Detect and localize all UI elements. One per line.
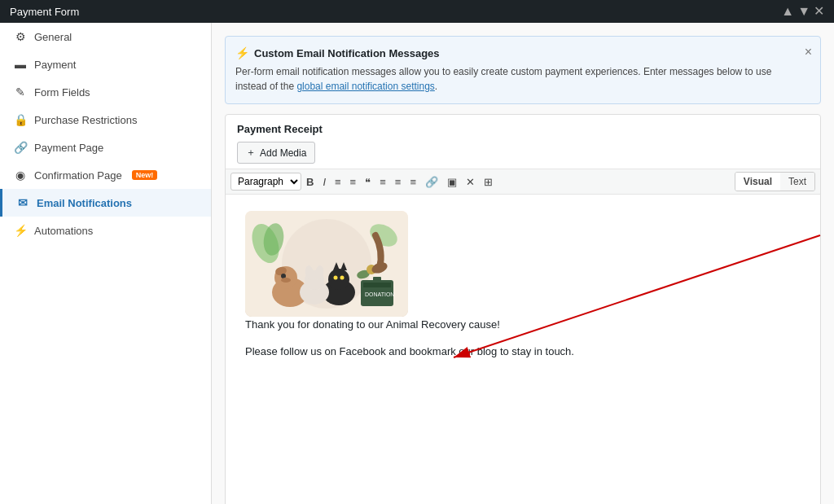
sidebar-item-form-fields[interactable]: ✎ Form Fields	[0, 78, 211, 106]
svg-point-11	[328, 269, 349, 290]
bolt-icon: ⚡	[13, 224, 28, 237]
sidebar-item-general[interactable]: ⚙ General	[0, 23, 211, 50]
align-center-button[interactable]: ≡	[391, 174, 406, 190]
svg-rect-21	[363, 283, 391, 287]
thank-you-text: Thank you for donating to our Animal Rec…	[245, 317, 801, 334]
new-badge: New!	[132, 170, 158, 180]
editor-header: Payment Receipt ＋ Add Media	[226, 115, 820, 169]
sidebar-item-automations[interactable]: ⚡ Automations	[0, 217, 211, 244]
bold-button[interactable]: B	[302, 174, 318, 190]
add-media-button[interactable]: ＋ Add Media	[237, 142, 315, 164]
sidebar-label-confirmation-page: Confirmation Page	[34, 169, 122, 182]
circle-icon: ◉	[13, 169, 28, 182]
follow-us-text: Please follow us on Facebook and bookmar…	[245, 344, 801, 361]
email-icon: ✉	[15, 196, 30, 209]
sidebar-label-payment: Payment	[34, 59, 76, 71]
sidebar: ⚙ General ▬ Payment ✎ Form Fields 🔒 Purc…	[0, 23, 212, 504]
text-view-button[interactable]: Text	[780, 173, 814, 191]
grid-button[interactable]: ⊞	[480, 174, 497, 190]
editor-content[interactable]: DONATION	[226, 195, 820, 504]
media-icon: ＋	[246, 146, 256, 160]
svg-rect-23	[373, 277, 381, 283]
unordered-list-button[interactable]: ≡	[331, 174, 345, 190]
sidebar-label-email-notifications: Email Notifications	[37, 197, 132, 209]
link-icon: 🔗	[13, 141, 28, 154]
svg-point-14	[334, 276, 338, 280]
minimize-icon[interactable]: ▲	[781, 5, 794, 18]
bolt-icon: ⚡	[235, 46, 249, 59]
link-button[interactable]: 🔗	[421, 174, 442, 190]
sidebar-item-email-notifications[interactable]: ✉ Email Notifications	[0, 189, 211, 217]
illustration-svg: DONATION	[245, 211, 408, 317]
close-icon[interactable]: ✕	[814, 5, 824, 18]
content-area: ⚡ Custom Email Notification Messages Per…	[212, 23, 834, 504]
title-bar: Payment Form ▲ ▼ ✕	[0, 0, 834, 23]
sidebar-item-payment-page[interactable]: 🔗 Payment Page	[0, 134, 211, 161]
table-button[interactable]: ▣	[443, 174, 461, 190]
visual-view-button[interactable]: Visual	[735, 173, 780, 191]
app-title: Payment Form	[10, 6, 79, 18]
sidebar-label-purchase-restrictions: Purchase Restrictions	[34, 114, 137, 126]
section-label: Payment Receipt	[237, 123, 809, 135]
notification-banner: ⚡ Custom Email Notification Messages Per…	[225, 36, 821, 104]
sidebar-item-payment[interactable]: ▬ Payment	[0, 50, 211, 78]
svg-point-9	[281, 278, 291, 283]
gear-icon: ⚙	[13, 30, 28, 43]
sidebar-label-form-fields: Form Fields	[34, 86, 90, 99]
view-toggle: Visual Text	[735, 172, 815, 191]
align-left-button[interactable]: ≡	[375, 174, 390, 190]
sidebar-label-automations: Automations	[34, 225, 93, 237]
ordered-list-button[interactable]: ≡	[346, 174, 361, 190]
svg-point-15	[340, 276, 345, 280]
editor-text-content: Thank you for donating to our Animal Rec…	[245, 317, 801, 361]
window-controls[interactable]: ▲ ▼ ✕	[781, 5, 824, 18]
sidebar-label-general: General	[34, 31, 72, 43]
editor-toolbar: Paragraph Heading 1 Heading 2 B I ≡ ≡ ❝ …	[230, 173, 497, 191]
donation-image: DONATION	[245, 211, 408, 317]
lock-icon: 🔒	[13, 113, 28, 126]
banner-body: Per-form email notification messages all…	[235, 64, 794, 94]
remove-format-button[interactable]: ✕	[462, 174, 479, 190]
italic-button[interactable]: I	[318, 174, 330, 190]
blockquote-button[interactable]: ❝	[361, 174, 375, 190]
sidebar-item-purchase-restrictions[interactable]: 🔒 Purchase Restrictions	[0, 106, 211, 134]
svg-text:DONATION: DONATION	[365, 291, 394, 297]
restore-icon[interactable]: ▼	[797, 5, 810, 18]
banner-title: ⚡ Custom Email Notification Messages	[235, 46, 794, 59]
sidebar-label-payment-page: Payment Page	[34, 142, 103, 154]
payment-icon: ▬	[13, 58, 28, 71]
paragraph-select[interactable]: Paragraph Heading 1 Heading 2	[230, 173, 301, 191]
form-fields-icon: ✎	[13, 85, 28, 99]
align-right-button[interactable]: ≡	[406, 174, 420, 190]
banner-close-button[interactable]: ×	[805, 45, 812, 59]
global-settings-link[interactable]: global email notification settings	[296, 81, 434, 92]
editor-area: Payment Receipt ＋ Add Media Paragraph He…	[225, 114, 821, 504]
sidebar-item-confirmation-page[interactable]: ◉ Confirmation Page New!	[0, 161, 211, 189]
